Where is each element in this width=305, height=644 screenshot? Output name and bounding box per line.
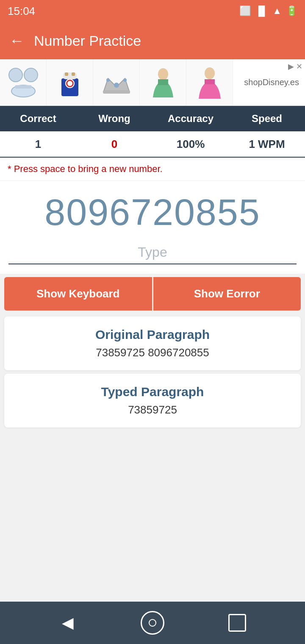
hint-text: * Press space to bring a new number. — [0, 158, 305, 181]
ad-img-svg-4 — [146, 66, 180, 100]
ad-image-2 — [47, 59, 93, 106]
status-bar: 15:04 ⬜ ▐▌ ▲ 🔋 — [0, 0, 305, 22]
back-button[interactable]: ← — [9, 32, 25, 50]
stats-col-accuracy: Accuracy — [152, 106, 229, 131]
stat-speed-value: 1 WPM — [229, 131, 305, 157]
ad-close-button[interactable]: ▶ ✕ — [288, 62, 302, 71]
svg-point-0 — [9, 68, 22, 82]
ad-label: shopDisney.es — [233, 78, 305, 87]
battery-icon: 🔋 — [286, 6, 297, 17]
svg-point-11 — [114, 83, 119, 88]
stat-correct-value: 1 — [0, 131, 76, 157]
type-input[interactable] — [8, 241, 297, 264]
show-error-button[interactable]: Show Eorror — [153, 277, 301, 311]
wifi-icon: ▲ — [272, 6, 282, 17]
svg-point-17 — [205, 67, 215, 79]
ad-banner: shopDisney.es ▶ ✕ — [0, 59, 305, 106]
stats-col-speed: Speed — [229, 106, 305, 131]
main-content: * Press space to bring a new number. 809… — [0, 158, 305, 602]
type-input-area[interactable] — [0, 235, 305, 274]
stats-values: 1 0 100% 1 WPM — [0, 131, 305, 158]
home-circle-icon — [141, 611, 164, 635]
ad-img-svg-1 — [6, 66, 40, 100]
ad-img-svg-2 — [53, 66, 87, 100]
ad-img-svg-3 — [100, 66, 133, 100]
ad-brand-text: shopDisney.es — [244, 78, 299, 87]
ad-image-4 — [140, 59, 186, 106]
svg-point-1 — [24, 68, 38, 82]
nav-recents-button[interactable] — [225, 610, 250, 636]
buttons-row: Show Keyboard Show Eorror — [4, 277, 301, 311]
back-triangle-icon: ◀ — [62, 614, 74, 632]
current-number: 8096720855 — [8, 194, 297, 231]
original-paragraph-content: 73859725 8096720855 — [14, 346, 291, 359]
bottom-nav: ◀ — [0, 602, 305, 644]
home-inner-icon — [149, 619, 156, 627]
stats-col-correct: Correct — [0, 106, 76, 131]
status-time: 15:04 — [8, 5, 35, 18]
number-display-area: 8096720855 — [0, 181, 305, 235]
original-paragraph-card: Original Paragraph 73859725 8096720855 — [4, 316, 301, 370]
stat-wrong-value: 0 — [76, 131, 152, 157]
original-paragraph-title: Original Paragraph — [14, 328, 291, 342]
svg-rect-18 — [205, 79, 215, 84]
svg-point-15 — [158, 68, 168, 80]
status-icons: ⬜ ▐▌ ▲ 🔋 — [239, 6, 297, 17]
nav-back-button[interactable]: ◀ — [55, 610, 80, 636]
page-title: Number Practice — [34, 33, 141, 49]
cast-icon: ⬜ — [239, 6, 251, 17]
stats-col-wrong: Wrong — [76, 106, 152, 131]
recents-square-icon — [228, 614, 246, 632]
svg-rect-14 — [103, 90, 130, 94]
typed-paragraph-title: Typed Paragraph — [14, 385, 291, 399]
stat-accuracy-value: 100% — [152, 131, 229, 157]
svg-point-13 — [123, 78, 127, 82]
vibrate-icon: ▐▌ — [255, 6, 268, 17]
svg-rect-8 — [65, 72, 68, 76]
top-bar: ← Number Practice — [0, 22, 305, 59]
ad-image-3 — [93, 59, 140, 106]
svg-rect-9 — [72, 72, 75, 76]
nav-home-button[interactable] — [140, 610, 165, 636]
svg-rect-3 — [15, 85, 32, 89]
ad-image-1 — [0, 59, 47, 106]
svg-point-6 — [67, 81, 72, 86]
stats-header: Correct Wrong Accuracy Speed — [0, 106, 305, 131]
typed-paragraph-content: 73859725 — [14, 403, 291, 416]
typed-paragraph-card: Typed Paragraph 73859725 — [4, 374, 301, 427]
ad-image-5 — [186, 59, 233, 106]
ad-images — [0, 59, 233, 105]
show-keyboard-button[interactable]: Show Keyboard — [4, 277, 152, 311]
svg-rect-16 — [158, 79, 168, 85]
svg-point-12 — [106, 78, 110, 82]
ad-img-svg-5 — [193, 66, 227, 100]
